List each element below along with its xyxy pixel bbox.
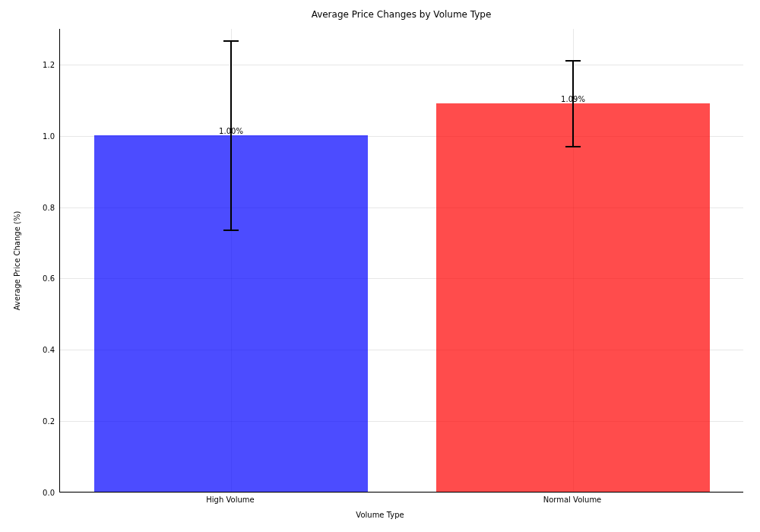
error-cap xyxy=(223,230,239,231)
bar-value-label: 1.00% xyxy=(219,127,243,135)
chart-figure: Average Price Changes by Volume Type 1.0… xyxy=(0,0,760,532)
error-cap xyxy=(565,146,581,147)
y-tick-label: 0.6 xyxy=(43,274,55,283)
y-tick-label: 0.8 xyxy=(43,203,55,211)
x-tick-label: Normal Volume xyxy=(543,496,602,504)
grid-line xyxy=(60,492,743,493)
x-axis-label: Volume Type xyxy=(356,511,404,519)
error-cap xyxy=(565,60,581,62)
bar-normal-volume xyxy=(436,103,710,492)
grid-line xyxy=(60,65,743,65)
y-axis-label: Average Price Change (%) xyxy=(13,211,21,311)
y-tick-label: 0.2 xyxy=(43,417,55,426)
bar-value-label: 1.09% xyxy=(561,95,585,103)
y-tick-label: 1.2 xyxy=(43,60,55,68)
y-tick-label: 1.0 xyxy=(43,131,55,140)
plot-area: 1.00%1.09% xyxy=(59,29,743,492)
chart-title: Average Price Changes by Volume Type xyxy=(312,9,492,20)
error-cap xyxy=(223,40,239,42)
error-bar xyxy=(230,41,232,230)
error-bar xyxy=(572,61,574,147)
x-tick-label: High Volume xyxy=(206,496,254,504)
y-tick-label: 0.4 xyxy=(43,346,55,354)
y-tick-label: 0.0 xyxy=(43,489,55,497)
